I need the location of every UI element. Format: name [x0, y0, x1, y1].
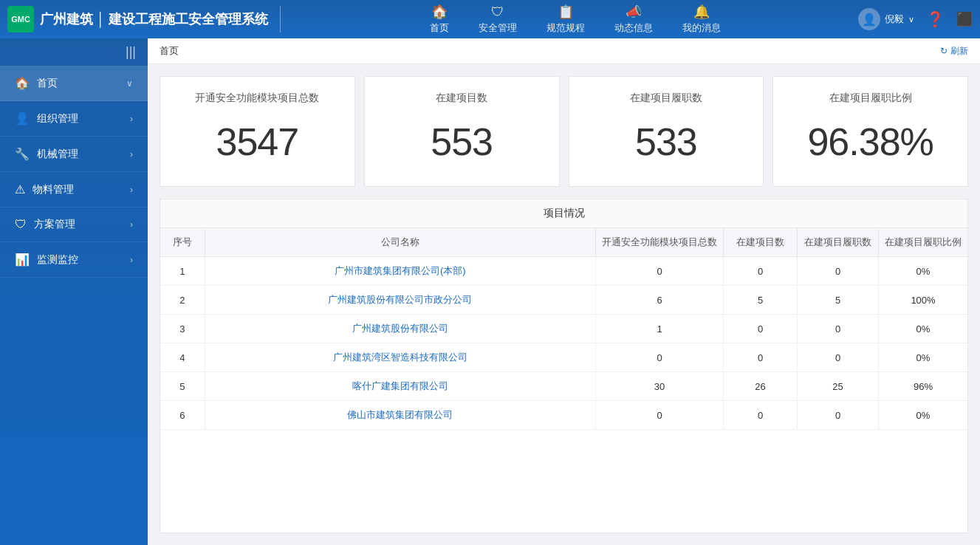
cell-company[interactable]: 喀什广建集团有限公司 [205, 372, 596, 401]
refresh-icon: ↻ [940, 46, 948, 56]
app-title: 建设工程施工安全管理系统 [109, 10, 268, 28]
user-dropdown-icon: ∨ [908, 15, 914, 24]
logo-icon: GMC [7, 6, 34, 32]
chevron-right-icon-3: › [130, 185, 133, 195]
table-row: 1 广州市建筑集团有限公司(本部) 0 0 0 0% [160, 257, 967, 286]
cell-no: 6 [160, 401, 205, 430]
col-header-ratio: 在建项目履职比例 [879, 228, 968, 257]
stat-card-total: 开通安全功能模块项目总数 3547 [160, 76, 355, 187]
sidebar-collapse-button[interactable]: ||| [0, 38, 148, 66]
stat-card-building: 在建项目数 553 [364, 76, 560, 187]
table-row: 5 喀什广建集团有限公司 30 26 25 96% [160, 372, 967, 401]
cell-ratio: 0% [879, 257, 968, 286]
nav-regulations[interactable]: 📋 规范规程 [546, 4, 585, 35]
stats-section: 开通安全功能模块项目总数 3547 在建项目数 553 在建项目履职数 533 … [148, 64, 980, 199]
plan-icon: 🛡 [15, 218, 27, 231]
sidebar-item-machinery[interactable]: 🔧 机械管理 › [0, 137, 148, 172]
cell-ratio: 0% [879, 315, 968, 343]
org-icon: 👤 [15, 112, 30, 126]
sidebar-item-home[interactable]: 🏠 首页 ∨ [0, 66, 148, 101]
breadcrumb-text: 首页 [160, 44, 179, 58]
machinery-icon: 🔧 [15, 147, 30, 161]
brand-name: 广州建筑 [40, 10, 93, 28]
regulations-nav-icon: 📋 [558, 4, 574, 20]
cell-total: 0 [596, 257, 724, 286]
stat-value-total: 3547 [216, 120, 299, 164]
chevron-right-icon-4: › [130, 219, 133, 230]
stat-label-building: 在建项目数 [436, 92, 487, 105]
cell-total: 1 [596, 315, 724, 343]
chevron-right-icon-5: › [130, 255, 133, 265]
cell-company[interactable]: 广州建筑湾区智造科技有限公司 [205, 343, 596, 372]
stat-label-total: 开通安全功能模块项目总数 [195, 92, 319, 105]
monitor-icon: 📊 [15, 253, 30, 267]
sidebar-item-org[interactable]: 👤 组织管理 › [0, 101, 148, 137]
cell-ratio: 0% [879, 401, 968, 430]
nav-safety[interactable]: 🛡 安全管理 [479, 4, 517, 35]
messages-nav-icon: 🔔 [693, 4, 710, 20]
cell-total: 6 [596, 286, 724, 315]
logout-icon[interactable]: ⬛ [956, 11, 973, 27]
cell-total: 0 [596, 343, 724, 372]
top-navigation: GMC 广州建筑 │ 建设工程施工安全管理系统 🏠 首页 🛡 安全管理 📋 规范… [0, 0, 980, 38]
content-area: 首页 ↻ 刷新 开通安全功能模块项目总数 3547 在建项目数 553 在建项目… [148, 38, 980, 545]
chevron-right-icon: › [130, 114, 133, 124]
table-row: 2 广州建筑股份有限公司市政分公司 6 5 5 100% [160, 286, 967, 315]
cell-building: 5 [724, 286, 798, 315]
sidebar-item-material[interactable]: ⚠ 物料管理 › [0, 172, 148, 208]
nav-right: 👤 倪毅 ∨ ❓ ⬛ [858, 8, 973, 30]
nav-messages[interactable]: 🔔 我的消息 [682, 4, 721, 35]
table-row: 4 广州建筑湾区智造科技有限公司 0 0 0 0% [160, 343, 967, 372]
brand-logo: GMC 广州建筑 │ 建设工程施工安全管理系统 [7, 6, 281, 32]
nav-home[interactable]: 🏠 首页 [430, 4, 449, 35]
cell-no: 5 [160, 372, 205, 401]
help-icon[interactable]: ❓ [926, 10, 945, 28]
cell-duty: 5 [798, 286, 879, 315]
nav-dynamics[interactable]: 📣 动态信息 [614, 4, 653, 35]
cell-building: 0 [724, 257, 798, 286]
table-title: 项目情况 [160, 199, 967, 228]
chevron-down-icon: ∨ [126, 78, 133, 89]
sidebar-item-org-label: 组织管理 [37, 112, 78, 126]
stat-card-duty: 在建项目履职数 533 [569, 76, 764, 187]
stat-value-building: 553 [431, 120, 493, 164]
refresh-button[interactable]: ↻ 刷新 [940, 45, 968, 58]
stat-value-ratio: 96.38% [807, 120, 933, 164]
cell-building: 26 [724, 372, 798, 401]
cell-duty: 0 [798, 315, 879, 343]
table-row: 6 佛山市建筑集团有限公司 0 0 0 0% [160, 401, 967, 430]
cell-company[interactable]: 佛山市建筑集团有限公司 [205, 401, 596, 430]
table-wrapper[interactable]: 序号 公司名称 开通安全功能模块项目总数 在建项目数 在建项目履职数 在建项目履… [160, 228, 967, 532]
stat-value-duty: 533 [635, 120, 697, 164]
cell-duty: 0 [798, 401, 879, 430]
cell-duty: 25 [798, 372, 879, 401]
cell-total: 0 [596, 401, 724, 430]
table-section: 项目情况 序号 公司名称 开通安全功能模块项目总数 在建项目数 在建项目履职数 … [160, 199, 968, 533]
stat-label-duty: 在建项目履职数 [630, 92, 702, 105]
sidebar-item-machinery-label: 机械管理 [37, 148, 78, 161]
col-header-company: 公司名称 [205, 228, 596, 257]
sidebar-item-plan[interactable]: 🛡 方案管理 › [0, 208, 148, 242]
breadcrumb: 首页 ↻ 刷新 [148, 38, 980, 64]
col-header-building: 在建项目数 [724, 228, 798, 257]
cell-building: 0 [724, 343, 798, 372]
sidebar-item-plan-label: 方案管理 [34, 218, 75, 231]
cell-ratio: 0% [879, 343, 968, 372]
cell-no: 3 [160, 315, 205, 343]
cell-duty: 0 [798, 343, 879, 372]
cell-company[interactable]: 广州市建筑集团有限公司(本部) [205, 257, 596, 286]
sidebar: ||| 🏠 首页 ∨ 👤 组织管理 › 🔧 机械管理 › ⚠ [0, 38, 148, 545]
sidebar-item-home-label: 首页 [37, 77, 58, 90]
cell-company[interactable]: 广州建筑股份有限公司市政分公司 [205, 286, 596, 315]
cell-company[interactable]: 广州建筑股份有限公司 [205, 315, 596, 343]
avatar: 👤 [858, 8, 880, 30]
stat-card-ratio: 在建项目履职比例 96.38% [772, 76, 968, 187]
safety-nav-icon: 🛡 [491, 4, 504, 20]
sidebar-item-monitor[interactable]: 📊 监测监控 › [0, 242, 148, 278]
refresh-label: 刷新 [950, 45, 968, 58]
col-header-no: 序号 [160, 228, 205, 257]
cell-duty: 0 [798, 257, 879, 286]
col-header-total: 开通安全功能模块项目总数 [596, 228, 724, 257]
table-row: 3 广州建筑股份有限公司 1 0 0 0% [160, 315, 967, 343]
user-info[interactable]: 👤 倪毅 ∨ [858, 8, 914, 30]
